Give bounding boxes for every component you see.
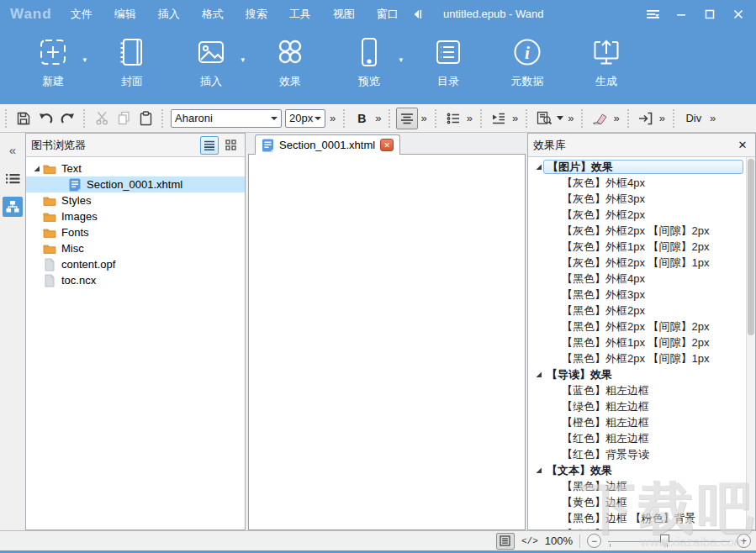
collapse-toolbar-icon[interactable] [412, 9, 423, 19]
effect-row-4[interactable]: 【灰色】外框2px 【间隙】2px [528, 223, 755, 239]
effect-row-14[interactable]: 【蓝色】粗左边框 [528, 382, 755, 398]
overflow-chevron[interactable]: » [611, 112, 621, 124]
tree-item-3[interactable]: Images [26, 208, 245, 224]
titlebar[interactable]: Wand 文件编辑插入格式搜索工具视图窗口 untitled.epub - Wa… [0, 0, 756, 28]
font-size-select[interactable]: 20px [285, 109, 325, 128]
overflow-chevron[interactable]: » [565, 112, 576, 124]
ribbon-button-3[interactable]: 效果 [263, 35, 317, 89]
slider-handle[interactable] [660, 535, 669, 548]
effect-row-2[interactable]: 【灰色】外框3px [528, 191, 755, 207]
tree-item-6[interactable]: content.opf [26, 256, 245, 272]
overflow-chevron[interactable]: » [373, 112, 383, 124]
div-button[interactable]: Div [680, 108, 707, 129]
code-view-button[interactable]: </> [521, 536, 538, 546]
overflow-chevron[interactable]: » [418, 112, 429, 124]
list-view-button[interactable] [200, 136, 219, 155]
minimize-button[interactable] [667, 0, 695, 28]
zoom-out-button[interactable]: − [587, 534, 601, 548]
ribbon-button-5[interactable]: 目录 [421, 35, 475, 89]
overflow-chevron[interactable]: » [464, 112, 475, 124]
menu-item-3[interactable]: 格式 [202, 7, 224, 22]
ribbon-button-0[interactable]: ▾新建 [26, 35, 80, 89]
panel-close-icon[interactable]: ✕ [735, 139, 750, 151]
effect-row-16[interactable]: 【橙色】粗左边框 [528, 414, 755, 430]
paste-button[interactable] [135, 108, 156, 129]
find-in-document-button[interactable] [533, 108, 555, 129]
menu-item-2[interactable]: 插入 [158, 7, 180, 22]
effect-row-12[interactable]: 【黑色】外框2px 【间隙】1px [528, 350, 755, 366]
effect-row-3[interactable]: 【灰色】外框2px [528, 207, 755, 223]
effect-row-20[interactable]: 【黑色】边框 [528, 478, 755, 494]
tree-item-7[interactable]: toc.ncx [26, 272, 245, 288]
menu-item-7[interactable]: 窗口 [377, 7, 399, 22]
grid-view-button[interactable] [221, 136, 240, 155]
bold-button[interactable]: B [351, 108, 373, 129]
chevron-down-icon[interactable] [557, 116, 563, 120]
eraser-button[interactable] [589, 108, 611, 129]
maximize-button[interactable] [695, 0, 724, 28]
effect-row-6[interactable]: 【灰色】外框2px 【间隙】1px [528, 255, 755, 271]
effect-row-13[interactable]: 【导读】效果 [528, 366, 755, 382]
menu-item-4[interactable]: 搜索 [246, 7, 267, 22]
effect-row-7[interactable]: 【黑色】外框4px [528, 271, 755, 287]
effect-row-11[interactable]: 【黑色】外框1px 【间隙】2px [528, 334, 755, 350]
indent-button[interactable] [488, 108, 510, 129]
copy-button[interactable] [113, 108, 135, 129]
undo-button[interactable] [34, 108, 56, 129]
menu-item-0[interactable]: 文件 [71, 7, 93, 22]
list-view-icon[interactable] [3, 168, 23, 188]
tab-section-0001[interactable]: Section_0001.xhtml ✕ [255, 134, 400, 155]
effect-row-10[interactable]: 【黑色】外框2px 【间隙】2px [528, 319, 755, 334]
effect-row-15[interactable]: 【绿色】粗左边框 [528, 398, 755, 414]
collapse-panel-icon[interactable]: « [3, 140, 23, 160]
dropdown-caret-icon[interactable]: ▾ [82, 55, 87, 64]
window-menu-icon[interactable] [638, 0, 667, 28]
align-center-button[interactable] [396, 108, 418, 129]
book-structure-icon[interactable] [3, 197, 23, 217]
editor-content[interactable] [248, 154, 526, 530]
overflow-chevron[interactable]: » [657, 112, 668, 124]
tab-close-icon[interactable]: ✕ [380, 139, 394, 151]
tree-item-5[interactable]: Misc [26, 240, 245, 256]
font-family-select[interactable]: Aharoni [171, 109, 282, 128]
effect-row-1[interactable]: 【灰色】外框4px [528, 175, 755, 191]
zoom-slider[interactable] [608, 534, 730, 549]
ribbon-button-2[interactable]: ▾插入 [184, 35, 238, 89]
effect-row-18[interactable]: 【红色】背景导读 [528, 446, 755, 462]
scrollbar-thumb[interactable] [748, 159, 754, 335]
bullet-list-button[interactable] [442, 108, 464, 129]
tree-item-4[interactable]: Fonts [26, 224, 245, 240]
effect-row-17[interactable]: 【红色】粗左边框 [528, 430, 755, 446]
menu-item-1[interactable]: 编辑 [114, 7, 136, 22]
book-view-button[interactable] [496, 533, 515, 550]
ribbon-button-7[interactable]: 生成 [579, 35, 633, 89]
zoom-in-button[interactable]: + [737, 534, 751, 548]
menu-item-6[interactable]: 视图 [333, 7, 355, 22]
close-button[interactable] [724, 0, 753, 28]
effect-row-22[interactable]: 【黑色】边框 【粉色】背景 [528, 510, 755, 526]
save-button[interactable] [13, 108, 34, 129]
overflow-chevron[interactable]: » [327, 112, 338, 124]
tree-item-0[interactable]: Text [26, 161, 245, 176]
redo-button[interactable] [56, 108, 78, 129]
effect-row-0[interactable]: 【图片】效果 [528, 159, 755, 175]
overflow-chevron[interactable]: » [510, 112, 521, 124]
effect-row-21[interactable]: 【黄色】边框 [528, 494, 755, 510]
dropdown-caret-icon[interactable]: ▾ [241, 55, 245, 64]
dropdown-caret-icon[interactable]: ▾ [399, 55, 403, 64]
effect-row-23[interactable]: 【粉色】阴影 [528, 526, 755, 529]
effect-row-9[interactable]: 【黑色】外框2px [528, 303, 755, 319]
cut-button[interactable] [91, 108, 113, 129]
effect-row-8[interactable]: 【黑色】外框3px [528, 287, 755, 303]
scrollbar-track[interactable] [746, 157, 755, 529]
effect-row-5[interactable]: 【灰色】外框1px 【间隙】2px [528, 239, 755, 255]
tree-item-1[interactable]: Section_0001.xhtml [26, 176, 245, 192]
tree-item-2[interactable]: Styles [26, 192, 245, 208]
effect-row-19[interactable]: 【文本】效果 [528, 462, 755, 478]
ribbon-button-6[interactable]: i元数据 [500, 35, 554, 89]
ribbon-button-1[interactable]: 封面 [105, 35, 159, 89]
insert-into-button[interactable] [635, 108, 657, 129]
menu-item-5[interactable]: 工具 [289, 7, 311, 22]
ribbon-button-4[interactable]: ▾预览 [342, 35, 396, 89]
overflow-chevron[interactable]: » [707, 112, 718, 124]
